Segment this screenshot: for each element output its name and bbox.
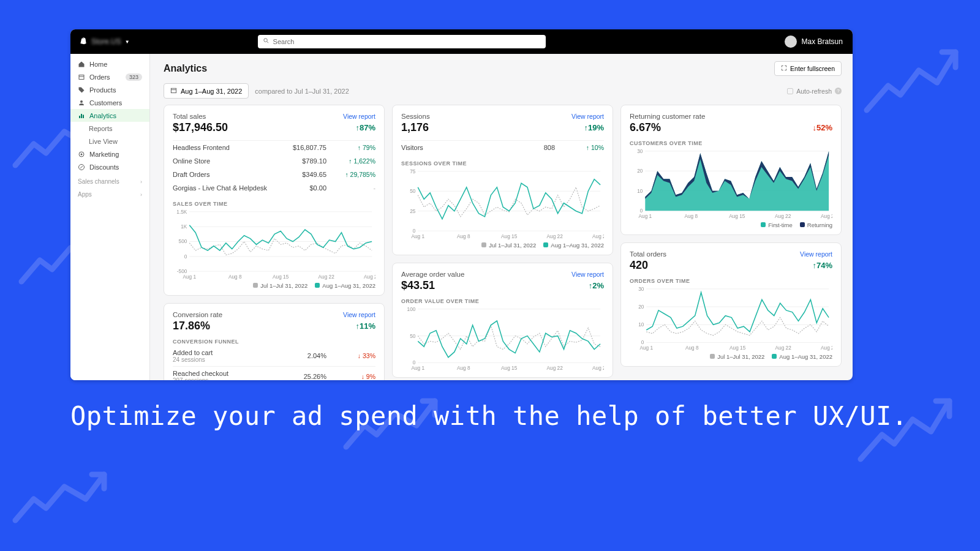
view-report-link[interactable]: View report xyxy=(571,113,604,120)
sidebar: Home Orders323 Products Customers Analyt… xyxy=(70,54,150,380)
card-total-orders: Total ordersView report 420↑74% ORDERS O… xyxy=(620,242,842,367)
card-title: Total sales xyxy=(173,113,206,120)
sidebar-item-home[interactable]: Home xyxy=(70,58,149,70)
svg-text:500: 500 xyxy=(179,239,187,244)
date-range-button[interactable]: Aug 1–Aug 31, 2022 xyxy=(164,83,249,99)
svg-text:0: 0 xyxy=(413,360,416,365)
shopify-logo-icon xyxy=(79,37,88,47)
svg-text:-500: -500 xyxy=(177,269,187,274)
view-report-link[interactable]: View report xyxy=(571,271,604,278)
compared-text: compared to Jul 1–Jul 31, 2022 xyxy=(255,88,349,95)
chevron-down-icon: ▼ xyxy=(125,39,130,45)
card-title: Sessions xyxy=(401,113,430,120)
svg-point-9 xyxy=(81,153,83,155)
card-title: Conversion rate xyxy=(173,311,222,318)
svg-text:Aug 1: Aug 1 xyxy=(183,274,196,280)
view-report-link[interactable]: View report xyxy=(343,113,375,120)
sidebar-item-customers[interactable]: Customers xyxy=(70,96,149,109)
person-icon xyxy=(78,99,85,107)
sidebar-item-discounts[interactable]: Discounts xyxy=(70,160,149,173)
svg-text:25: 25 xyxy=(410,209,416,214)
card-delta: ↑19% xyxy=(584,123,604,132)
chart-subtitle: ORDERS OVER TIME xyxy=(630,278,832,284)
svg-text:Aug 22: Aug 22 xyxy=(775,345,792,351)
view-report-link[interactable]: View report xyxy=(800,250,832,258)
sidebar-section-sales-channels[interactable]: Sales channels› xyxy=(70,173,149,186)
sessions-over-time-chart: 0255075Aug 1Aug 8Aug 15Aug 22Aug 29 xyxy=(401,168,604,239)
svg-text:Aug 1: Aug 1 xyxy=(639,345,653,351)
svg-rect-7 xyxy=(83,114,84,118)
sidebar-item-marketing[interactable]: Marketing xyxy=(70,148,149,160)
card-value: 420 xyxy=(630,259,648,272)
search-placeholder: Search xyxy=(273,38,295,45)
list-item: Draft Orders$349.65↑ 29,785% xyxy=(173,168,375,181)
sidebar-item-products[interactable]: Products xyxy=(70,83,149,96)
target-icon xyxy=(78,151,85,158)
svg-text:Aug 8: Aug 8 xyxy=(685,345,699,351)
svg-point-0 xyxy=(263,39,267,42)
svg-line-1 xyxy=(266,42,268,43)
list-item: Online Store$789.10↑ 1,622% xyxy=(173,154,375,168)
card-returning-customer: Returning customer rate 6.67%↓52% CUSTOM… xyxy=(620,105,842,235)
enter-fullscreen-button[interactable]: Enter fullscreen xyxy=(774,61,842,76)
chart-subtitle: SESSIONS OVER TIME xyxy=(401,160,604,167)
sales-over-time-chart: -50005001K1.5KAug 1Aug 8Aug 15Aug 22Aug … xyxy=(173,208,375,280)
list-item: Reached checkout297 sessions25.26%↓ 9% xyxy=(173,367,375,380)
svg-rect-5 xyxy=(79,116,80,118)
search-icon xyxy=(263,37,270,46)
brand[interactable]: Store.US ▼ xyxy=(70,37,138,47)
chevron-right-icon: › xyxy=(140,179,142,185)
card-total-sales: Total salesView report $17,946.50↑87% He… xyxy=(164,105,385,296)
svg-rect-2 xyxy=(79,75,84,79)
sidebar-section-apps[interactable]: Apps› xyxy=(70,186,149,199)
card-sessions: SessionsView report 1,176↑19% Visitors80… xyxy=(392,105,613,255)
user-name: Max Bratsun xyxy=(802,37,843,46)
svg-text:Aug 1: Aug 1 xyxy=(411,234,424,239)
sidebar-item-analytics[interactable]: Analytics xyxy=(70,109,149,122)
orders-over-time-chart: 0102030Aug 1Aug 8Aug 15Aug 22Aug 29 xyxy=(630,285,832,351)
main: Analytics Enter fullscreen Aug 1–Aug 31,… xyxy=(150,54,853,380)
card-conversion-rate: Conversion rateView report 17.86%↑11% CO… xyxy=(164,303,385,380)
chart-subtitle: SALES OVER TIME xyxy=(173,201,375,207)
svg-text:0: 0 xyxy=(641,340,644,345)
card-delta: ↓52% xyxy=(812,123,832,132)
card-delta: ↑11% xyxy=(355,321,375,331)
svg-text:50: 50 xyxy=(410,333,416,339)
funnel-subtitle: CONVERSION FUNNEL xyxy=(173,339,375,345)
promo-tagline: Optimize your ad spend with the help of … xyxy=(70,398,908,435)
svg-text:Aug 15: Aug 15 xyxy=(501,234,518,239)
card-value: 1,176 xyxy=(401,121,429,134)
discount-icon xyxy=(78,163,85,171)
topbar: Store.US ▼ Search Max Bratsun xyxy=(70,29,853,54)
sidebar-item-orders[interactable]: Orders323 xyxy=(70,70,149,83)
svg-text:50: 50 xyxy=(410,189,416,194)
autorefresh-toggle[interactable]: Auto-refresh ? xyxy=(787,88,842,95)
list-item: Gorgias ‑ Live Chat & Helpdesk$0.00- xyxy=(173,181,375,195)
chart-subtitle: CUSTOMERS OVER TIME xyxy=(630,140,832,146)
page-title: Analytics xyxy=(164,63,207,74)
view-report-link[interactable]: View report xyxy=(343,311,375,318)
svg-line-11 xyxy=(80,166,83,168)
card-value: $43.51 xyxy=(401,279,435,292)
svg-rect-6 xyxy=(81,114,82,118)
svg-text:Aug 29: Aug 29 xyxy=(364,274,375,280)
svg-text:Aug 8: Aug 8 xyxy=(457,234,470,239)
calendar-icon xyxy=(170,87,177,95)
svg-text:1.5K: 1.5K xyxy=(176,209,187,215)
sidebar-item-reports[interactable]: Reports xyxy=(70,122,149,135)
chart-legend: Jul 1–Jul 31, 2022 Aug 1–Aug 31, 2022 xyxy=(401,242,604,249)
svg-text:Aug 29: Aug 29 xyxy=(592,365,604,371)
sales-channel-list: Headless Frontend$16,807.75↑ 79%Online S… xyxy=(173,141,375,195)
svg-text:0: 0 xyxy=(184,254,187,260)
chart-legend: Jul 1–Jul 31, 2022 Aug 1–Aug 31, 2022 xyxy=(173,282,375,289)
card-aov: Average order valueView report $43.51↑2%… xyxy=(392,263,613,378)
orders-badge: 323 xyxy=(126,73,142,81)
avatar xyxy=(785,36,797,48)
sidebar-item-liveview[interactable]: Live View xyxy=(70,135,149,148)
svg-text:Aug 22: Aug 22 xyxy=(318,274,335,280)
card-value: 6.67% xyxy=(630,121,661,134)
user-menu[interactable]: Max Bratsun xyxy=(785,36,853,48)
store-name: Store.US xyxy=(91,37,121,46)
home-icon xyxy=(78,61,85,68)
search-input[interactable]: Search xyxy=(258,35,546,48)
